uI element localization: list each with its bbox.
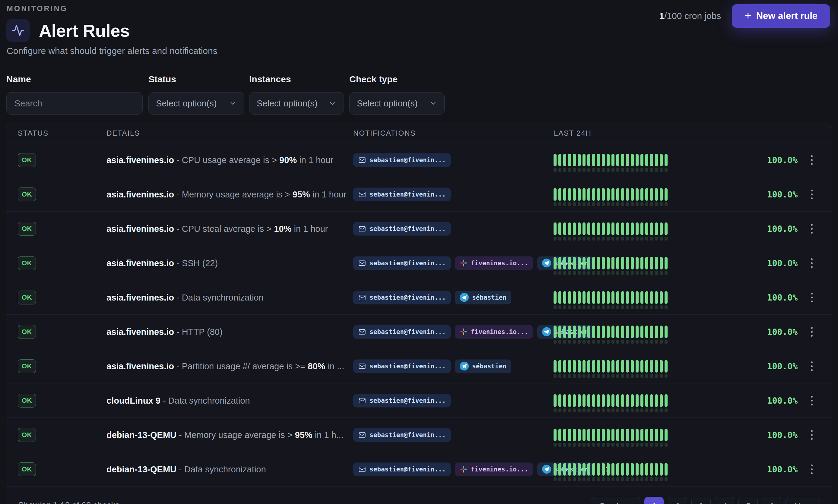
uptime-bar[interactable] (611, 429, 614, 441)
uptime-bar[interactable] (573, 463, 576, 476)
uptime-bar[interactable] (611, 394, 614, 407)
page-button-1[interactable]: 1 (644, 497, 664, 504)
uptime-bar[interactable] (650, 257, 653, 269)
uptime-bar[interactable] (626, 394, 629, 407)
uptime-bar[interactable] (621, 257, 624, 269)
uptime-bar[interactable] (558, 429, 561, 441)
uptime-bar[interactable] (587, 222, 590, 235)
uptime-bar[interactable] (665, 360, 667, 373)
uptime-bar[interactable] (631, 154, 634, 166)
uptime-bar[interactable] (578, 154, 581, 166)
uptime-bar[interactable] (645, 188, 648, 201)
uptime-bar[interactable] (578, 188, 581, 201)
uptime-bar[interactable] (631, 326, 634, 338)
uptime-bar[interactable] (554, 222, 557, 235)
row-menu-button[interactable] (807, 288, 816, 307)
uptime-bar[interactable] (635, 222, 639, 235)
uptime-bar[interactable] (607, 154, 610, 166)
uptime-bar[interactable] (602, 222, 605, 235)
uptime-bar[interactable] (563, 394, 566, 407)
uptime-bar[interactable] (592, 463, 595, 476)
uptime-bar[interactable] (578, 222, 581, 235)
uptime-bar[interactable] (621, 291, 624, 304)
uptime-bar[interactable] (611, 257, 614, 269)
uptime-bar[interactable] (665, 222, 667, 235)
uptime-bar[interactable] (554, 429, 557, 441)
uptime-bar[interactable] (650, 291, 653, 304)
notification-badge-slack[interactable]: fivenines.io... (455, 256, 533, 270)
uptime-bar[interactable] (573, 326, 576, 338)
uptime-bar[interactable] (573, 394, 576, 407)
uptime-bar[interactable] (665, 154, 667, 166)
uptime-bar[interactable] (582, 463, 586, 476)
uptime-bar[interactable] (621, 360, 624, 373)
uptime-bar[interactable] (665, 463, 667, 476)
uptime-bar[interactable] (660, 429, 663, 441)
table-row[interactable]: OK asia.fivenines.io - HTTP (80) sebasti… (6, 314, 832, 349)
uptime-bar[interactable] (655, 463, 658, 476)
uptime-bar[interactable] (587, 188, 590, 201)
uptime-history[interactable] (554, 222, 667, 235)
uptime-history[interactable] (554, 326, 667, 338)
notification-badge-email[interactable]: sebastien@fivenin... (353, 222, 451, 235)
uptime-bar[interactable] (645, 222, 648, 235)
uptime-bar[interactable] (660, 257, 663, 269)
uptime-bar[interactable] (607, 360, 610, 373)
uptime-bar[interactable] (607, 463, 610, 476)
row-menu-button[interactable] (807, 254, 816, 272)
uptime-bar[interactable] (616, 360, 619, 373)
table-row[interactable]: OK asia.fivenines.io - Partition usage #… (6, 349, 832, 383)
uptime-bar[interactable] (592, 188, 595, 201)
uptime-bar[interactable] (631, 394, 634, 407)
uptime-bar[interactable] (616, 463, 619, 476)
uptime-bar[interactable] (582, 188, 586, 201)
page-button-3[interactable]: 3 (692, 497, 711, 504)
uptime-bar[interactable] (616, 394, 619, 407)
uptime-bar[interactable] (587, 429, 590, 441)
row-menu-button[interactable] (807, 220, 816, 238)
notification-badge-email[interactable]: sebastien@fivenin... (353, 325, 451, 339)
uptime-bar[interactable] (587, 154, 590, 166)
uptime-bar[interactable] (641, 257, 643, 269)
uptime-bar[interactable] (655, 326, 658, 338)
uptime-bar[interactable] (573, 257, 576, 269)
uptime-bar[interactable] (635, 429, 639, 441)
uptime-bar[interactable] (660, 222, 663, 235)
row-menu-button[interactable] (807, 426, 816, 444)
uptime-bar[interactable] (607, 222, 610, 235)
uptime-bar[interactable] (655, 291, 658, 304)
uptime-bar[interactable] (631, 463, 634, 476)
notification-badge-telegram[interactable]: sébastien (455, 359, 511, 373)
uptime-bar[interactable] (641, 326, 643, 338)
page-button-6[interactable]: 6 (762, 497, 781, 504)
uptime-bar[interactable] (558, 188, 561, 201)
uptime-bar[interactable] (607, 429, 610, 441)
uptime-bar[interactable] (635, 291, 639, 304)
uptime-bar[interactable] (607, 257, 610, 269)
row-menu-button[interactable] (807, 185, 816, 203)
row-menu-button[interactable] (807, 392, 816, 410)
uptime-bar[interactable] (645, 326, 648, 338)
uptime-bar[interactable] (602, 360, 605, 373)
uptime-bar[interactable] (616, 291, 619, 304)
uptime-bar[interactable] (587, 291, 590, 304)
uptime-bar[interactable] (616, 188, 619, 201)
uptime-bar[interactable] (592, 429, 595, 441)
uptime-bar[interactable] (558, 360, 561, 373)
uptime-history[interactable] (554, 360, 667, 373)
uptime-bar[interactable] (578, 429, 581, 441)
uptime-history[interactable] (554, 463, 667, 476)
uptime-bar[interactable] (568, 360, 571, 373)
notification-badge-email[interactable]: sebastien@fivenin... (353, 359, 451, 373)
uptime-bar[interactable] (568, 291, 571, 304)
uptime-bar[interactable] (645, 429, 648, 441)
uptime-bar[interactable] (573, 360, 576, 373)
uptime-bar[interactable] (568, 188, 571, 201)
uptime-bar[interactable] (611, 291, 614, 304)
uptime-bar[interactable] (592, 394, 595, 407)
uptime-bar[interactable] (568, 326, 571, 338)
uptime-bar[interactable] (558, 326, 561, 338)
table-row[interactable]: OK asia.fivenines.io - Memory usage aver… (6, 177, 832, 211)
uptime-bar[interactable] (587, 463, 590, 476)
uptime-bar[interactable] (558, 154, 561, 166)
